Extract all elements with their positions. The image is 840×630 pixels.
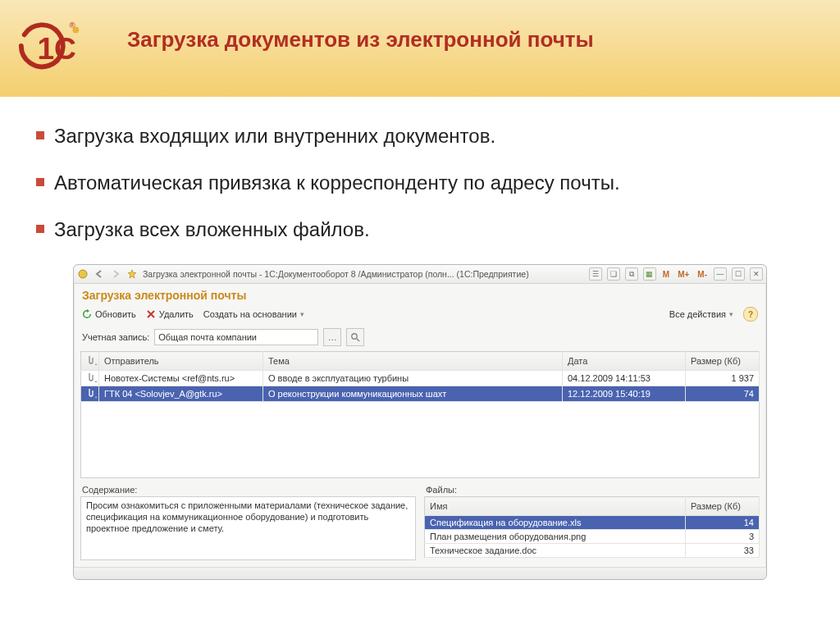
titlebar: Загрузка электронной почты - 1С:Документ… [74, 265, 766, 284]
table-row[interactable]: ГТК 04 <Solovjev_A@gtk.ru> О реконструкц… [81, 386, 760, 402]
file-name-cell: Техническое задание.doc [425, 544, 686, 558]
slide-title: Загрузка документов из электронной почты [127, 28, 742, 52]
close-button[interactable]: ✕ [750, 267, 763, 281]
back-icon[interactable] [94, 268, 105, 280]
help-button[interactable]: ? [743, 307, 758, 322]
account-input[interactable] [154, 329, 318, 345]
account-row: Учетная запись: … [74, 325, 766, 351]
table-row[interactable]: Новотех-Системы <ref@nts.ru> О вводе в э… [81, 371, 760, 386]
files-pane: Файлы: Имя Размер (Кб) Спецификация на о… [424, 485, 760, 560]
app-icon [77, 268, 89, 280]
star-icon[interactable] [126, 268, 138, 280]
table-header-row: Имя Размер (Кб) [425, 497, 760, 516]
table-row[interactable]: План размещения оборудования.png 3 [425, 530, 760, 544]
size-cell: 74 [686, 386, 760, 402]
paperclip-icon [86, 355, 94, 365]
table-header-row: Отправитель Тема Дата Размер (Кб) [81, 352, 760, 371]
table-row[interactable]: Техническое задание.doc 33 [425, 544, 760, 558]
slide-header: 1C ® Загрузка документов из электронной … [0, 0, 840, 97]
titlebar-tool-button[interactable]: ⧉ [625, 267, 638, 281]
subject-cell: О реконструкции коммуникационных шахт [263, 386, 563, 402]
table-row[interactable]: Спецификация на оборудование.xls 14 [425, 516, 760, 530]
subject-cell: О вводе в эксплуатацию турбины [263, 371, 563, 386]
command-bar: Обновить Удалить Создать на основании Вс… [74, 305, 766, 325]
magnifier-icon [350, 332, 360, 342]
col-date[interactable]: Дата [563, 352, 686, 371]
svg-line-6 [357, 339, 359, 341]
lookup-search-button[interactable] [346, 328, 364, 346]
all-actions-label: Все действия [669, 309, 726, 319]
bullet-list: Загрузка входящих или внутренних докумен… [33, 125, 807, 241]
file-size-cell: 3 [686, 530, 760, 544]
files-table[interactable]: Имя Размер (Кб) Спецификация на оборудов… [424, 496, 760, 558]
sender-cell: ГТК 04 <Solovjev_A@gtk.ru> [99, 386, 263, 402]
files-label: Файлы: [426, 485, 760, 495]
col-sender[interactable]: Отправитель [99, 352, 263, 371]
create-based-on-button[interactable]: Создать на основании [203, 309, 304, 319]
delete-button[interactable]: Удалить [146, 309, 194, 319]
calc-icon[interactable]: ▦ [643, 267, 656, 281]
mail-table[interactable]: Отправитель Тема Дата Размер (Кб) Новоте… [80, 351, 760, 402]
create-based-on-label: Создать на основании [203, 309, 297, 319]
col-subject[interactable]: Тема [263, 352, 563, 371]
col-size[interactable]: Размер (Кб) [686, 352, 760, 371]
attach-cell [81, 371, 99, 386]
delete-label: Удалить [159, 309, 194, 319]
content-pane: Содержание: Просим ознакомиться с прилож… [80, 485, 416, 560]
m-minus-button[interactable]: M- [696, 270, 709, 279]
window-title: Загрузка электронной почты - 1С:Документ… [143, 269, 529, 279]
file-name-cell: Спецификация на оборудование.xls [425, 516, 686, 530]
account-label: Учетная запись: [82, 332, 149, 342]
col-file-size[interactable]: Размер (Кб) [686, 497, 760, 516]
file-size-cell: 14 [686, 516, 760, 530]
m-plus-button[interactable]: M+ [676, 270, 691, 279]
logo-1c: 1C ® [13, 16, 90, 75]
size-cell: 1 937 [686, 371, 760, 386]
date-cell: 04.12.2009 14:11:53 [563, 371, 686, 386]
bullet-item: Загрузка входящих или внутренних докумен… [33, 125, 807, 148]
sender-cell: Новотех-Системы <ref@nts.ru> [99, 371, 263, 386]
file-size-cell: 33 [686, 544, 760, 558]
refresh-label: Обновить [95, 309, 136, 319]
delete-icon [146, 309, 156, 319]
attach-cell [81, 386, 99, 402]
maximize-button[interactable]: ☐ [732, 267, 745, 281]
paperclip-icon [86, 372, 94, 382]
content-label: Содержание: [82, 485, 416, 495]
bullet-item: Автоматическая привязка к корреспонденту… [33, 171, 807, 195]
bottom-split: Содержание: Просим ознакомиться с прилож… [74, 478, 766, 567]
content-text[interactable]: Просим ознакомиться с приложенными матер… [80, 496, 416, 560]
col-attach[interactable] [81, 352, 99, 371]
minimize-button[interactable]: — [714, 267, 727, 281]
paperclip-icon [86, 388, 94, 398]
col-file-name[interactable]: Имя [425, 497, 686, 516]
forward-icon[interactable] [110, 268, 121, 280]
refresh-icon [82, 309, 92, 319]
bullet-item: Загрузка всех вложенных файлов. [33, 218, 807, 242]
svg-text:1C: 1C [37, 31, 76, 66]
svg-point-3 [79, 270, 87, 278]
lookup-button[interactable]: … [323, 328, 341, 346]
titlebar-tool-button[interactable]: ❏ [607, 267, 620, 281]
mail-table-blank [80, 402, 760, 478]
file-name-cell: План размещения оборудования.png [425, 530, 686, 544]
all-actions-button[interactable]: Все действия [669, 309, 733, 319]
svg-point-5 [352, 334, 357, 339]
form-title: Загрузка электронной почты [74, 284, 766, 305]
date-cell: 12.12.2009 15:40:19 [563, 386, 686, 402]
refresh-button[interactable]: Обновить [82, 309, 136, 319]
status-strip [74, 567, 766, 579]
m-button[interactable]: M [661, 270, 671, 279]
svg-marker-4 [128, 270, 136, 278]
titlebar-tool-button[interactable]: ☰ [589, 267, 602, 281]
app-window: Загрузка электронной почты - 1С:Документ… [73, 264, 767, 580]
svg-text:®: ® [70, 21, 76, 30]
